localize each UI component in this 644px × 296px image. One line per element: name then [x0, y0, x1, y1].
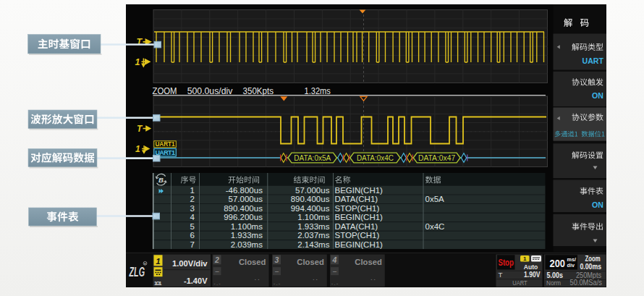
svg-text:6: 6	[190, 231, 195, 240]
svg-text:ZOOM: ZOOM	[153, 86, 177, 96]
svg-text:2.143ms: 2.143ms	[297, 240, 329, 249]
svg-text:B: B	[158, 176, 164, 184]
svg-text:2: 2	[190, 195, 195, 203]
svg-text:500.0us/div: 500.0us/div	[187, 86, 233, 96]
svg-text:Closed: Closed	[297, 258, 324, 266]
svg-text:Closed: Closed	[355, 258, 382, 266]
svg-text:57.000us: 57.000us	[295, 186, 330, 195]
svg-text:STOP(CH1): STOP(CH1)	[335, 231, 380, 240]
svg-text:1.00V/div: 1.00V/div	[172, 259, 208, 268]
svg-text:–: –	[333, 268, 336, 275]
svg-text:- . -: - . -	[274, 282, 280, 286]
svg-text:. .: . .	[255, 275, 260, 282]
svg-text:Closed: Closed	[239, 258, 266, 266]
svg-text:3: 3	[275, 255, 279, 264]
svg-text:57.000us: 57.000us	[229, 195, 263, 203]
svg-text:996.200us: 996.200us	[224, 213, 263, 221]
svg-text:3: 3	[190, 204, 195, 213]
svg-text:-46.800us: -46.800us	[226, 186, 263, 195]
svg-text:2.037ms: 2.037ms	[297, 231, 329, 240]
svg-text:7: 7	[190, 240, 195, 249]
svg-text:2.039ms: 2.039ms	[231, 240, 263, 249]
svg-text:DATA:0x4C: DATA:0x4C	[357, 154, 394, 162]
svg-text:DATA:0x47: DATA:0x47	[418, 154, 455, 162]
svg-text:R: R	[144, 262, 146, 266]
svg-text:1Ω1: 1Ω1	[154, 281, 162, 286]
svg-text:5: 5	[190, 222, 195, 231]
svg-text:Auto: Auto	[524, 263, 538, 271]
svg-text:0x4C: 0x4C	[425, 222, 445, 231]
svg-text:BEGIN(CH1): BEGIN(CH1)	[335, 240, 384, 249]
svg-text:–: –	[215, 268, 219, 275]
svg-text:BEGIN(CH1): BEGIN(CH1)	[335, 213, 384, 221]
svg-text:4: 4	[190, 213, 195, 221]
svg-text:. .: . .	[313, 275, 318, 282]
svg-text:1.100ms: 1.100ms	[231, 222, 263, 231]
svg-text:ON: ON	[592, 200, 603, 209]
svg-text:1.933ms: 1.933ms	[297, 222, 329, 231]
svg-text:350Kpts: 350Kpts	[243, 86, 274, 96]
svg-text:1: 1	[135, 57, 140, 67]
svg-text:- . -: - . -	[214, 282, 221, 286]
svg-text:890.400us: 890.400us	[224, 204, 263, 213]
svg-text:890.400us: 890.400us	[291, 195, 330, 203]
svg-text:1.100ms: 1.100ms	[297, 213, 329, 221]
svg-text:1: 1	[156, 257, 160, 266]
svg-text:0.00ms: 0.00ms	[580, 263, 602, 271]
svg-text:1: 1	[135, 144, 140, 154]
svg-text:1.32ms: 1.32ms	[305, 86, 331, 96]
svg-text:UART: UART	[582, 56, 604, 65]
svg-text:–: –	[275, 268, 279, 275]
svg-text:1: 1	[523, 255, 527, 262]
svg-text:- . -: - . -	[331, 282, 338, 286]
svg-text:ON: ON	[592, 91, 603, 100]
svg-text:2: 2	[214, 255, 219, 264]
svg-text:T: T	[499, 271, 503, 279]
svg-text:DATA(CH1): DATA(CH1)	[335, 222, 378, 231]
svg-text:UART: UART	[512, 279, 528, 287]
svg-text:ZLG: ZLG	[129, 265, 145, 279]
svg-text:50.0MSa/s: 50.0MSa/s	[570, 279, 603, 287]
svg-text:div: div	[567, 262, 575, 268]
svg-text:BEGIN(CH1): BEGIN(CH1)	[335, 186, 384, 195]
svg-text:UART1: UART1	[156, 141, 175, 148]
svg-text:-1.40V: -1.40V	[184, 276, 208, 285]
svg-text:Zoom: Zoom	[585, 255, 601, 263]
svg-text:4: 4	[332, 255, 337, 264]
svg-text:STOP(CH1): STOP(CH1)	[335, 204, 380, 213]
svg-text:200: 200	[550, 258, 566, 269]
svg-text:994.400us: 994.400us	[291, 204, 330, 213]
svg-text:DATA:0x5A: DATA:0x5A	[294, 154, 331, 162]
svg-text:0x5A: 0x5A	[425, 195, 445, 203]
svg-text:DATA(CH1): DATA(CH1)	[335, 195, 378, 203]
svg-text:1: 1	[190, 186, 195, 195]
svg-text:Norm: Norm	[546, 279, 561, 287]
svg-text:1.933ms: 1.933ms	[231, 231, 263, 240]
svg-text:1.90V: 1.90V	[524, 271, 541, 279]
svg-text:Stop: Stop	[498, 258, 514, 268]
svg-text:. .: . .	[370, 275, 376, 282]
